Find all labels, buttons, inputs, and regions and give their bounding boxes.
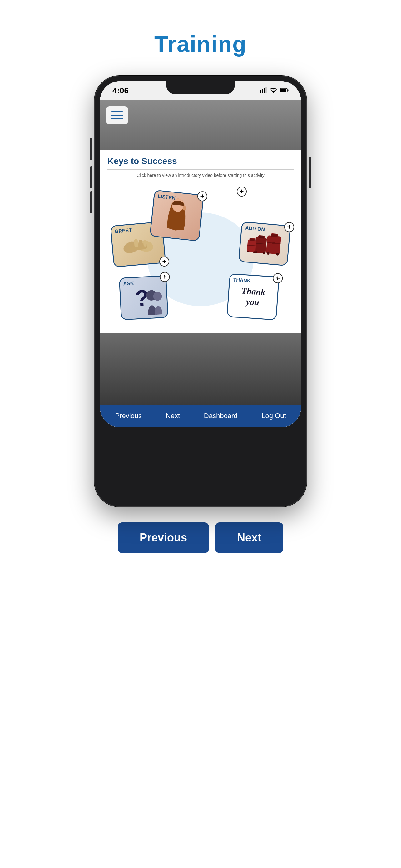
nav-logout-button[interactable]: Log Out [257,409,291,423]
intro-text[interactable]: Click here to view an introductory video… [107,173,294,178]
signal-icon [260,87,267,94]
svg-rect-3 [265,87,267,93]
keys-container: + GREET [107,183,294,327]
page-title: Training [154,31,247,57]
svg-rect-19 [271,234,278,238]
svg-rect-23 [258,236,265,239]
menu-line-3 [111,118,123,119]
status-bar: 4:06 [100,81,301,100]
notch [166,81,235,94]
nav-previous-button[interactable]: Previous [110,409,147,423]
phone-frame: 4:06 [94,75,307,507]
svg-rect-26 [249,238,255,242]
svg-rect-0 [260,90,261,93]
svg-rect-18 [266,235,281,254]
section-title: Keys to Success [107,156,294,170]
bottom-gray-area [100,333,301,405]
content-area: Keys to Success Click here to view an in… [100,150,301,333]
battery-icon [280,87,289,94]
svg-rect-22 [254,238,267,254]
thank-card[interactable]: THANK Thankyou + [226,273,279,320]
thank-you-text: Thankyou [240,286,266,308]
bottom-nav: Previous Next Dashboard Log Out [100,405,301,427]
extra-plus-badge[interactable]: + [237,187,247,196]
nav-next-button[interactable]: Next [161,409,185,423]
nav-dashboard-button[interactable]: Dashboard [199,409,243,423]
svg-rect-7 [288,89,289,91]
wifi-icon [270,87,277,94]
listen-card[interactable]: LISTEN [149,190,204,242]
svg-rect-1 [262,89,263,93]
menu-button[interactable] [106,106,128,124]
navigation-buttons: Previous Next [118,522,283,553]
status-icons [260,87,289,94]
ask-label: ASK [123,281,134,287]
svg-rect-21 [272,242,275,244]
addon-card[interactable]: ADD ON [238,221,291,266]
svg-rect-6 [280,89,287,92]
next-button[interactable]: Next [215,522,283,553]
app-content: Keys to Success Click here to view an in… [100,100,301,427]
app-header [100,100,301,150]
menu-line-1 [111,111,123,113]
menu-line-2 [111,115,123,116]
status-time: 4:06 [112,86,129,96]
previous-button[interactable]: Previous [118,522,209,553]
phone-screen: 4:06 [100,81,301,427]
ask-card[interactable]: ASK ? [119,275,169,320]
svg-rect-2 [264,88,265,93]
thank-label: THANK [233,277,251,284]
svg-point-4 [273,92,274,93]
